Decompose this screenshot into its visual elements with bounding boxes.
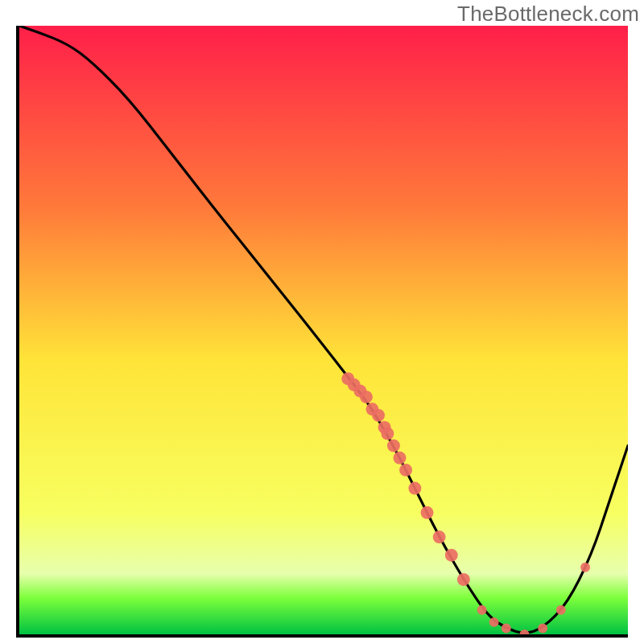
svg-rect-0: [19, 26, 628, 634]
marker-dot: [445, 549, 458, 562]
marker-dot: [457, 573, 470, 586]
marker-dot: [477, 605, 487, 615]
marker-dot: [399, 464, 412, 477]
chart-stage: TheBottleneck.com: [0, 0, 644, 644]
marker-dot: [556, 605, 566, 615]
marker-dot: [421, 506, 434, 519]
marker-dot: [381, 427, 394, 440]
marker-dot: [489, 617, 499, 627]
watermark-text: TheBottleneck.com: [457, 2, 639, 27]
marker-dot: [387, 440, 400, 452]
marker-dot: [580, 563, 590, 572]
marker-dot: [408, 482, 421, 495]
marker-dot: [372, 409, 385, 422]
plot-area: [16, 26, 628, 638]
marker-dot: [394, 452, 407, 464]
marker-dot: [538, 623, 547, 633]
marker-dot: [433, 530, 446, 543]
marker-dot: [502, 623, 511, 633]
marker-dot: [360, 390, 373, 403]
chart-svg: [19, 26, 628, 634]
